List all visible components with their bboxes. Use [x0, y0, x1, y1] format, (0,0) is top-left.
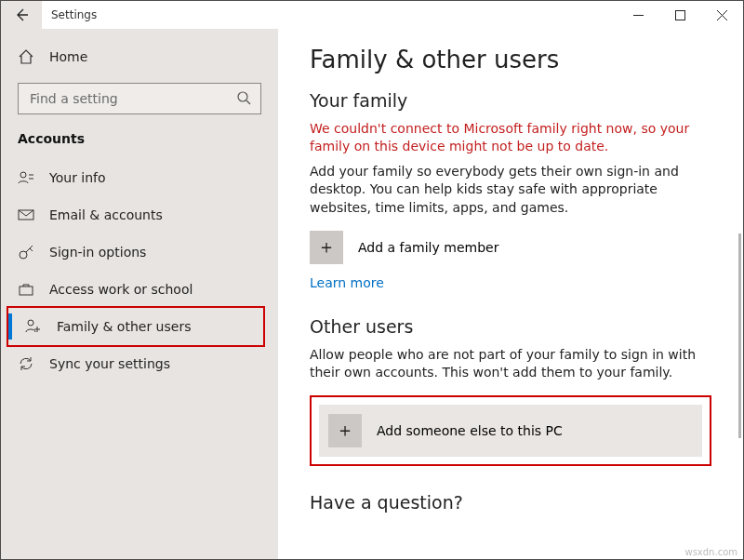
- page-heading: Family & other users: [310, 46, 711, 73]
- search-input[interactable]: [28, 90, 236, 107]
- home-nav[interactable]: Home: [1, 38, 278, 75]
- watermark: wsxdn.com: [684, 547, 737, 557]
- svg-point-1: [238, 92, 247, 101]
- home-icon: [18, 48, 34, 65]
- family-description: Add your family so everybody gets their …: [310, 163, 711, 218]
- svg-point-6: [28, 320, 33, 326]
- plus-icon: ＋: [328, 414, 362, 447]
- maximize-button[interactable]: [659, 1, 701, 29]
- svg-point-4: [20, 251, 27, 259]
- settings-window: Settings Home Ac: [0, 0, 744, 560]
- home-label: Home: [49, 49, 87, 64]
- svg-point-2: [20, 172, 26, 178]
- highlight-box-main: ＋ Add someone else to this PC: [310, 395, 711, 466]
- search-icon: [236, 90, 251, 108]
- other-users-heading: Other users: [310, 316, 711, 337]
- family-icon: [25, 318, 42, 335]
- plus-icon: ＋: [310, 231, 343, 264]
- add-someone-else-button[interactable]: ＋ Add someone else to this PC: [319, 405, 702, 457]
- back-button[interactable]: [1, 1, 42, 29]
- person-card-icon: [18, 169, 34, 186]
- sidebar-item-your-info[interactable]: Your info: [1, 159, 278, 196]
- add-family-member-label: Add a family member: [358, 240, 498, 255]
- close-button[interactable]: [701, 1, 743, 29]
- svg-rect-5: [20, 287, 33, 295]
- mail-icon: [18, 207, 34, 223]
- sidebar-item-access-work-school[interactable]: Access work or school: [1, 271, 278, 308]
- your-family-heading: Your family: [310, 90, 711, 111]
- sidebar-section-label: Accounts: [1, 131, 278, 146]
- sync-icon: [18, 355, 34, 372]
- minimize-button[interactable]: [618, 1, 659, 29]
- sidebar-item-email-accounts[interactable]: Email & accounts: [1, 196, 278, 233]
- back-arrow-icon: [14, 7, 29, 22]
- search-box[interactable]: [18, 83, 261, 114]
- add-family-member-button[interactable]: ＋ Add a family member: [310, 231, 711, 264]
- sidebar-item-sync-settings[interactable]: Sync your settings: [1, 345, 278, 382]
- sidebar: Home Accounts Your info Email & acco: [1, 29, 278, 559]
- sidebar-item-signin-options[interactable]: Sign-in options: [1, 233, 278, 271]
- highlight-box-sidebar: Family & other users: [7, 306, 265, 347]
- svg-rect-0: [676, 10, 685, 20]
- learn-more-link[interactable]: Learn more: [310, 275, 711, 290]
- family-error-text: We couldn't connect to Microsoft family …: [310, 120, 711, 155]
- other-users-description: Allow people who are not part of your fa…: [310, 346, 711, 382]
- briefcase-icon: [18, 281, 34, 298]
- key-icon: [18, 244, 34, 260]
- have-a-question-heading: Have a question?: [310, 492, 711, 513]
- main-content: Family & other users Your family We coul…: [278, 29, 743, 559]
- add-someone-else-label: Add someone else to this PC: [377, 423, 563, 438]
- scrollbar[interactable]: [738, 233, 741, 438]
- sidebar-item-family-other-users[interactable]: Family & other users: [8, 308, 256, 345]
- window-title: Settings: [42, 8, 106, 21]
- titlebar: Settings: [1, 1, 743, 29]
